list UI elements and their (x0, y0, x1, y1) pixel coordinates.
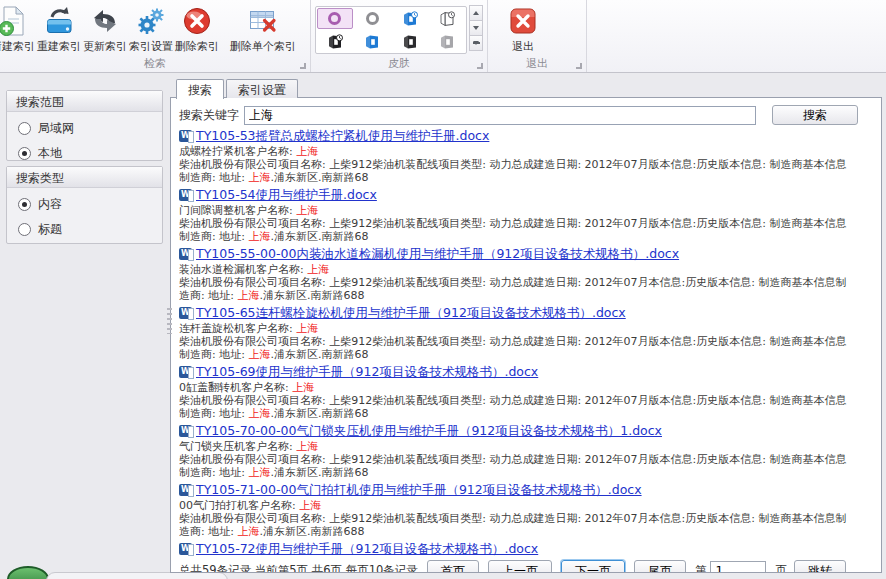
update-index-button[interactable]: 更新索引 (82, 3, 128, 54)
delete-single-index-button[interactable]: 删除单个索引 (220, 3, 306, 54)
status-ellipse-decoration (7, 566, 49, 579)
next-page-button[interactable]: 下一页 (561, 560, 625, 573)
exit-group-launcher-icon[interactable] (576, 63, 582, 69)
skin-scroll-up-icon[interactable] (469, 5, 483, 21)
title-radio-icon[interactable] (18, 223, 31, 236)
skin-office2013-black-timed[interactable] (317, 31, 353, 52)
result-title-link[interactable]: TY105-72使用与维护手册（912项目设备技术规格书）.docx (196, 541, 538, 558)
search-keyword-label: 搜索关键字 (179, 107, 239, 124)
result-title-row: TY105-72使用与维护手册（912项目设备技术规格书）.docx (179, 542, 873, 556)
exit-button[interactable]: 退出 (500, 3, 546, 54)
update-index-label: 更新索引 (83, 39, 127, 54)
result-description-line: 制造商: 地址: 上海.浦东新区.南新路68 (179, 466, 873, 479)
radio-option-title[interactable]: 标题 (7, 213, 162, 238)
content-radio-icon[interactable] (18, 198, 31, 211)
delete-index-button[interactable]: 删除索引 (174, 3, 220, 54)
result-description-line: 制造商: 地址: 上海.浦东新区.南新路68 (179, 171, 873, 184)
result-title-link[interactable]: TY105-71-00-00气门拍打机使用与维护手册（912项目设备技术规格书）… (196, 482, 642, 499)
prev-page-button[interactable]: 上一页 (488, 560, 552, 573)
result-title-row: TY105-54使用与维护手册.docx (179, 188, 873, 202)
keyword-highlight: 上海 (248, 230, 270, 243)
result-description-line: 柴油机股份有限公司项目名称: 上柴912柴油机装配线项目类型: 动力总成建造日期… (179, 276, 873, 289)
result-description-line: 00气门拍打机客户名称: 上海 (179, 499, 873, 512)
panel-splitter-grip[interactable] (167, 308, 172, 334)
local-radio-icon[interactable] (18, 147, 31, 160)
search-keyword-input[interactable] (244, 106, 756, 125)
radio-option-lan[interactable]: 局域网 (7, 112, 162, 137)
page-suffix-label: 页 (775, 563, 787, 573)
result-description-line: 柴油机股份有限公司项目名称: 上柴912柴油机装配线项目类型: 动力总成建造日期… (179, 394, 873, 407)
first-page-button[interactable]: 首页 (427, 560, 479, 573)
ribbon-empty-space (587, 0, 886, 72)
tab-index-settings[interactable]: 索引设置 (226, 79, 298, 98)
rebuild-index-label: 重建索引 (37, 39, 81, 54)
result-description-line: 造商: 地址: 上海.浦东新区.南新路688 (179, 289, 873, 302)
word-doc-icon (179, 130, 192, 142)
tray-decoration (46, 572, 228, 579)
keyword-highlight: 上海 (296, 204, 318, 217)
search-type-title: 搜索类型 (7, 167, 162, 188)
delete-single-index-icon (247, 5, 279, 37)
pagination-summary: 总共59条记录,当前第5页,共6页,每页10条记录 (179, 563, 418, 573)
result-title-link[interactable]: TY105-55-00-00内装油水道检漏机使用与维护手册（912项目设备技术规… (196, 246, 679, 263)
result-description-line: 制造商: 地址: 上海.浦东新区.南新路68 (179, 407, 873, 420)
page-prefix-label: 第 (695, 563, 707, 573)
radio-option-local[interactable]: 本地 (7, 137, 162, 162)
word-doc-icon (179, 366, 192, 378)
skin-group-label: 皮肤 (311, 56, 487, 71)
result-description-line: 造商: 地址: 上海.浦东新区.南新路688 (179, 525, 873, 538)
new-index-button[interactable]: 新建索引 (0, 3, 36, 54)
result-title-link[interactable]: TY105-65连杆螺栓旋松机使用与维护手册（912项目设备技术规格书）.doc… (196, 305, 626, 322)
update-index-icon (89, 5, 121, 37)
keyword-highlight: 上海 (296, 322, 318, 335)
result-description-line: 气门锁夹压机客户名称: 上海 (179, 440, 873, 453)
search-scope-title: 搜索范围 (7, 91, 162, 112)
delete-index-icon (181, 5, 213, 37)
result-title-row: TY105-55-00-00内装油水道检漏机使用与维护手册（912项目设备技术规… (179, 247, 873, 261)
lan-radio-icon[interactable] (18, 122, 31, 135)
last-page-button[interactable]: 尾页 (634, 560, 686, 573)
result-item: TY105-72使用与维护手册（912项目设备技术规格书）.docx (179, 542, 873, 556)
exit-label: 退出 (512, 39, 534, 54)
result-title-link[interactable]: TY105-54使用与维护手册.docx (196, 187, 377, 204)
search-type-groupbox: 搜索类型 内容 标题 (6, 166, 163, 244)
keyword-highlight: 上海 (248, 466, 270, 479)
delete-index-label: 删除索引 (175, 39, 219, 54)
result-title-link[interactable]: TY105-53摇臂总成螺栓拧紧机使用与维护手册.docx (196, 128, 489, 145)
skin-office2010-purple[interactable] (317, 8, 353, 29)
result-item: TY105-54使用与维护手册.docx门间隙调整机客户名称: 上海柴油机股份有… (179, 188, 873, 243)
keyword-highlight: 上海 (307, 263, 329, 276)
skin-group-launcher-icon[interactable] (477, 63, 483, 69)
radio-option-content[interactable]: 内容 (7, 188, 162, 213)
skin-office2013-white-timed[interactable] (430, 8, 466, 29)
ribbon-group-search: 新建索引 重建索引 (0, 0, 311, 72)
result-description-line: 柴油机股份有限公司项目名称: 上柴912柴油机装配线项目类型: 动力总成建造日期… (179, 217, 873, 230)
result-description-line: 柴油机股份有限公司项目名称: 上柴912柴油机装配线项目类型: 动力总成建造日期… (179, 453, 873, 466)
skin-office2013-black[interactable] (392, 31, 428, 52)
result-title-row: TY105-53摇臂总成螺栓拧紧机使用与维护手册.docx (179, 129, 873, 143)
keyword-highlight: 上海 (292, 381, 314, 394)
tab-search[interactable]: 搜索 (176, 79, 224, 99)
word-doc-icon (179, 189, 192, 201)
skin-gallery-dropdown-icon[interactable] (469, 35, 483, 51)
skin-office2013-gray[interactable] (430, 31, 466, 52)
search-button[interactable]: 搜索 (772, 105, 858, 125)
result-description-line: 成螺栓拧紧机客户名称: 上海 (179, 145, 873, 158)
result-description-line: 装油水道检漏机客户名称: 上海 (179, 263, 873, 276)
rebuild-index-button[interactable]: 重建索引 (36, 3, 82, 54)
skin-office2010-silver[interactable] (355, 8, 391, 29)
result-title-link[interactable]: TY105-69使用与维护手册（912项目设备技术规格书）.docx (196, 364, 538, 381)
skin-scroll-down-icon[interactable] (469, 20, 483, 36)
index-settings-button[interactable]: 索引设置 (128, 3, 174, 54)
content-radio-label: 内容 (38, 196, 62, 213)
search-group-launcher-icon[interactable] (300, 63, 306, 69)
word-doc-icon (179, 543, 192, 555)
keyword-highlight: 上海 (237, 525, 259, 538)
result-title-link[interactable]: TY105-70-00-00气门锁夹压机使用与维护手册（912项目设备技术规格书… (196, 423, 662, 440)
go-to-page-button[interactable]: 跳转 (794, 560, 846, 573)
skin-office2013-blue[interactable] (355, 31, 391, 52)
skin-office2013-blue-timed[interactable] (392, 8, 428, 29)
result-description-line: 制造商: 地址: 上海.浦东新区.南新路68 (179, 230, 873, 243)
search-group-label: 检索 (0, 56, 310, 71)
page-number-input[interactable] (710, 561, 766, 573)
